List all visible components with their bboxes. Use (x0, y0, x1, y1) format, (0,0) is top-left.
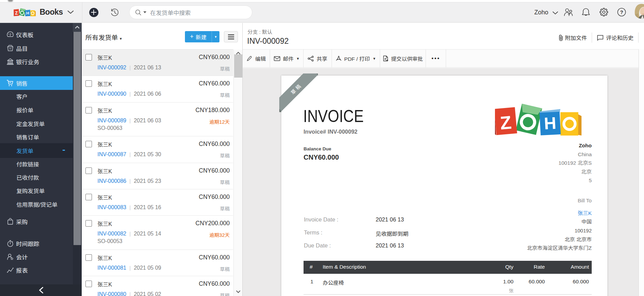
svg-text:Z: Z (499, 112, 512, 133)
svg-text:H: H (544, 113, 556, 133)
svg-text:Z: Z (15, 10, 18, 16)
svg-text:?: ? (620, 9, 623, 15)
svg-text:H: H (26, 11, 29, 15)
